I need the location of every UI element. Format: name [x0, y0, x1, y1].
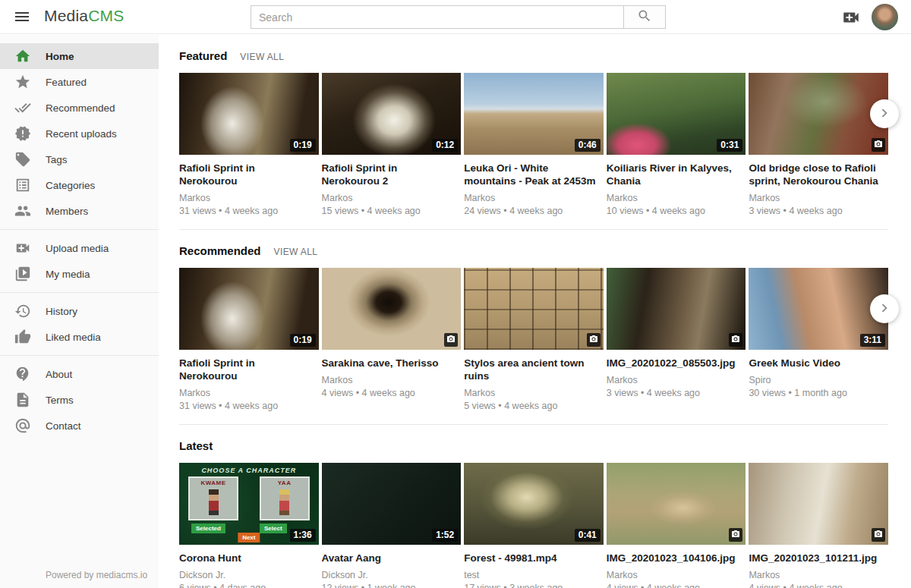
media-title[interactable]: Leuka Ori - White mountains - Peak at 24… [464, 162, 604, 187]
media-author[interactable]: Markos [322, 375, 462, 385]
media-title[interactable]: Rafioli Sprint in Nerokourou [179, 357, 319, 382]
search-button[interactable] [623, 5, 666, 29]
media-thumbnail[interactable] [464, 268, 604, 350]
section-title-featured: Featured [179, 49, 227, 62]
media-thumbnail[interactable]: 0:31 [607, 73, 746, 155]
media-title[interactable]: Corona Hunt [179, 552, 319, 564]
media-title[interactable]: Koiliaris River in Kalyves, Chania [607, 162, 746, 187]
media-card[interactable]: CHOOSE A CHARACTER KWAME YAA Selected Ne… [179, 463, 319, 588]
next-arrow-button-featured[interactable] [870, 99, 899, 128]
sidebar-group-activity: History Liked media [0, 292, 159, 355]
media-thumbnail[interactable]: CHOOSE A CHARACTER KWAME YAA Selected Ne… [179, 463, 319, 545]
media-author[interactable]: Markos [179, 388, 319, 398]
media-author[interactable]: Spiro [749, 375, 888, 385]
media-author[interactable]: Markos [464, 193, 604, 203]
media-author[interactable]: test [464, 570, 604, 580]
media-author[interactable]: Markos [607, 193, 746, 203]
media-thumbnail[interactable]: 0:46 [464, 73, 604, 155]
media-card[interactable]: 0:31 Koiliaris River in Kalyves, Chania … [607, 73, 746, 216]
sidebar-item-about[interactable]: About [0, 361, 159, 387]
search-bar [251, 5, 666, 29]
upload-media-icon[interactable] [841, 8, 861, 27]
media-card[interactable]: 0:46 Leuka Ori - White mountains - Peak … [464, 73, 604, 216]
next-arrow-button-recommended[interactable] [870, 294, 899, 323]
hamburger-menu-icon[interactable] [12, 8, 32, 27]
media-title[interactable]: Sarakina cave, Therisso [322, 357, 462, 369]
video-call-icon [14, 240, 31, 256]
media-thumbnail[interactable]: 0:12 [322, 73, 462, 155]
sidebar-item-tags[interactable]: Tags [0, 146, 159, 172]
media-title[interactable]: IMG_20201023_101211.jpg [749, 552, 888, 564]
game-heading: CHOOSE A CHARACTER [179, 467, 319, 474]
sidebar-item-members[interactable]: Members [0, 198, 159, 224]
media-author[interactable]: Dickson Jr. [179, 570, 319, 580]
sidebar-item-recent-uploads[interactable]: Recent uploads [0, 121, 159, 146]
media-card[interactable]: Stylos area ancient town ruins Markos 5 … [464, 268, 604, 411]
media-author[interactable]: Markos [322, 193, 462, 203]
media-title[interactable]: Rafioli Sprint in Nerokourou [179, 162, 319, 187]
user-avatar[interactable] [872, 4, 898, 30]
thumb-up-icon [14, 329, 31, 345]
media-author[interactable]: Dickson Jr. [322, 570, 462, 580]
duration-badge: 1:52 [432, 529, 458, 542]
media-thumbnail[interactable]: 3:11 [749, 268, 888, 350]
media-thumbnail[interactable] [749, 463, 888, 545]
media-card[interactable]: Sarakina cave, Therisso Markos 4 views •… [322, 268, 462, 411]
sidebar-item-categories[interactable]: Categories [0, 172, 159, 198]
media-title[interactable]: Stylos area ancient town ruins [464, 357, 604, 382]
media-card[interactable]: 0:19 Rafioli Sprint in Nerokourou Markos… [179, 73, 319, 216]
sidebar-item-my-media[interactable]: My media [0, 261, 159, 287]
media-card[interactable]: IMG_20201023_104106.jpg Markos 4 views •… [607, 463, 746, 588]
media-card[interactable]: 1:52 Avatar Aang Dickson Jr. 12 views • … [322, 463, 462, 588]
duration-badge: 3:11 [860, 334, 885, 347]
media-thumbnail[interactable]: 1:52 [322, 463, 462, 545]
media-thumbnail[interactable] [322, 268, 462, 350]
search-input[interactable] [251, 5, 624, 29]
media-title[interactable]: Greek Music Video [749, 357, 888, 369]
view-all-link-recommended[interactable]: VIEW ALL [274, 247, 318, 257]
mediacms-logo[interactable]: MediaCMS [44, 7, 124, 25]
media-author[interactable]: Markos [464, 388, 604, 398]
sidebar-item-liked-media[interactable]: Liked media [0, 324, 159, 350]
sidebar-item-upload-media[interactable]: Upload media [0, 235, 159, 261]
sidebar-item-history[interactable]: History [0, 298, 159, 324]
media-title[interactable]: Old bridge close to Rafioli sprint, Nero… [749, 162, 888, 187]
media-author[interactable]: Markos [607, 375, 746, 385]
sidebar-item-terms[interactable]: Terms [0, 387, 159, 413]
media-card[interactable]: Old bridge close to Rafioli sprint, Nero… [749, 73, 888, 216]
search-icon [637, 8, 652, 26]
sidebar-item-recommended[interactable]: Recommended [0, 95, 159, 121]
sidebar-item-home[interactable]: Home [0, 43, 159, 69]
done-all-icon [14, 99, 31, 116]
media-meta: 10 views • 4 weeks ago [607, 206, 746, 216]
media-meta: 17 views • 3 weeks ago [464, 583, 604, 588]
media-title[interactable]: Avatar Aang [322, 552, 462, 564]
media-card[interactable]: IMG_20201023_101211.jpg Markos 4 views •… [749, 463, 888, 588]
media-card[interactable]: IMG_20201022_085503.jpg Markos 3 views •… [607, 268, 746, 411]
media-card[interactable]: 0:19 Rafioli Sprint in Nerokourou Markos… [179, 268, 319, 411]
media-author[interactable]: Markos [179, 193, 319, 203]
members-icon [14, 203, 31, 219]
powered-by-link[interactable]: Powered by mediacms.io [46, 570, 147, 580]
media-title[interactable]: Forest - 49981.mp4 [464, 552, 604, 564]
media-title[interactable]: IMG_20201023_104106.jpg [607, 552, 746, 564]
media-thumbnail[interactable] [607, 463, 746, 545]
game-character-box: KWAME [188, 476, 238, 520]
media-thumbnail[interactable] [607, 268, 746, 350]
media-card[interactable]: 0:41 Forest - 49981.mp4 test 17 views • … [464, 463, 604, 588]
sidebar-item-contact[interactable]: Contact [0, 413, 159, 439]
media-thumbnail[interactable]: 0:19 [179, 73, 319, 155]
sidebar-item-featured[interactable]: Featured [0, 69, 159, 95]
game-character-box: YAA [260, 476, 310, 520]
media-author[interactable]: Markos [607, 570, 746, 580]
media-thumbnail[interactable] [749, 73, 888, 155]
media-title[interactable]: IMG_20201022_085503.jpg [607, 357, 746, 369]
media-thumbnail[interactable]: 0:19 [179, 268, 319, 350]
media-author[interactable]: Markos [749, 570, 888, 580]
media-thumbnail[interactable]: 0:41 [464, 463, 604, 545]
view-all-link-featured[interactable]: VIEW ALL [240, 52, 284, 62]
media-card[interactable]: 3:11 Greek Music Video Spiro 30 views • … [749, 268, 888, 411]
media-title[interactable]: Rafioli Sprint in Nerokourou 2 [322, 162, 462, 187]
media-card[interactable]: 0:12 Rafioli Sprint in Nerokourou 2 Mark… [322, 73, 462, 216]
media-author[interactable]: Markos [749, 193, 888, 203]
